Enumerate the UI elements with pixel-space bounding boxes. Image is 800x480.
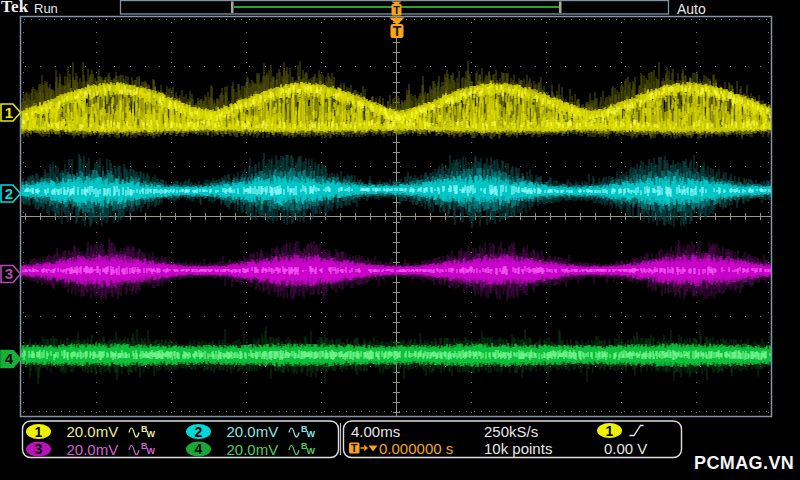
svg-text:W: W [307,446,316,456]
svg-text:PCMAG.VN: PCMAG.VN [694,453,794,473]
svg-text:W: W [307,429,316,439]
svg-text:1: 1 [5,104,13,121]
svg-text:0.000000 s: 0.000000 s [379,440,453,457]
svg-text:4.00ms: 4.00ms [351,423,400,440]
svg-text:0.00 V: 0.00 V [604,440,647,457]
svg-text:3: 3 [5,265,13,282]
svg-text:250kS/s: 250kS/s [484,423,538,440]
svg-text:W: W [147,429,156,439]
svg-text:T: T [351,442,358,454]
svg-text:W: W [147,446,156,456]
svg-text:20.0mV: 20.0mV [67,441,119,458]
svg-text:T: T [393,4,400,16]
svg-text:4: 4 [195,441,203,457]
svg-text:T: T [393,23,402,39]
svg-text:2: 2 [195,424,203,440]
svg-text:20.0mV: 20.0mV [227,441,279,458]
svg-text:1: 1 [606,423,614,439]
svg-text:2: 2 [5,185,13,202]
svg-text:3: 3 [35,441,43,457]
svg-text:4: 4 [5,350,14,367]
svg-text:20.0mV: 20.0mV [227,423,279,440]
svg-text:1: 1 [35,424,43,440]
svg-text:20.0mV: 20.0mV [67,423,119,440]
svg-text:10k points: 10k points [484,440,552,457]
